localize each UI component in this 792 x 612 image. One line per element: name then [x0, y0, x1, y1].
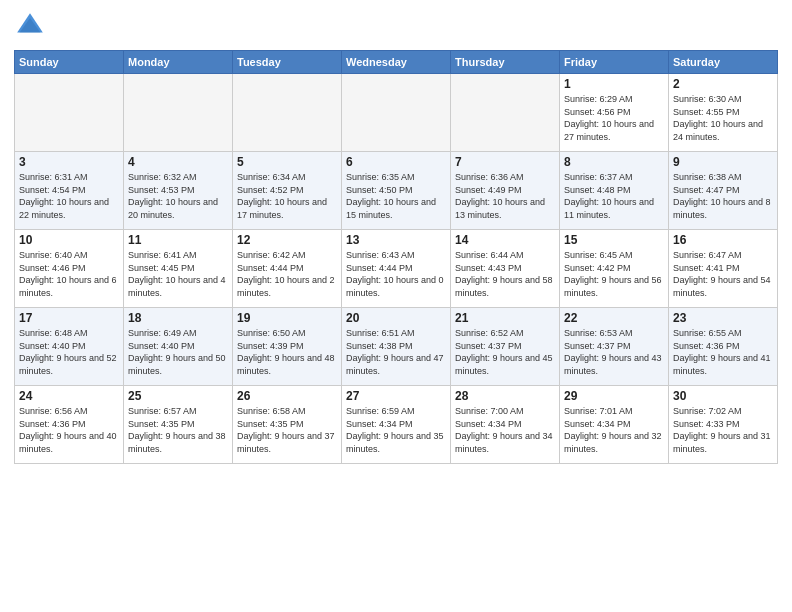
day-info: Sunrise: 6:49 AM Sunset: 4:40 PM Dayligh…: [128, 327, 228, 377]
day-number: 29: [564, 389, 664, 403]
weekday-header: Tuesday: [233, 51, 342, 74]
calendar-cell: 19Sunrise: 6:50 AM Sunset: 4:39 PM Dayli…: [233, 308, 342, 386]
calendar-cell: 25Sunrise: 6:57 AM Sunset: 4:35 PM Dayli…: [124, 386, 233, 464]
day-info: Sunrise: 6:37 AM Sunset: 4:48 PM Dayligh…: [564, 171, 664, 221]
calendar-cell: 4Sunrise: 6:32 AM Sunset: 4:53 PM Daylig…: [124, 152, 233, 230]
calendar-cell: 17Sunrise: 6:48 AM Sunset: 4:40 PM Dayli…: [15, 308, 124, 386]
day-info: Sunrise: 6:47 AM Sunset: 4:41 PM Dayligh…: [673, 249, 773, 299]
day-info: Sunrise: 6:57 AM Sunset: 4:35 PM Dayligh…: [128, 405, 228, 455]
day-number: 19: [237, 311, 337, 325]
header: [14, 10, 778, 42]
calendar-week-row: 3Sunrise: 6:31 AM Sunset: 4:54 PM Daylig…: [15, 152, 778, 230]
day-info: Sunrise: 6:44 AM Sunset: 4:43 PM Dayligh…: [455, 249, 555, 299]
weekday-header: Monday: [124, 51, 233, 74]
calendar-cell: 7Sunrise: 6:36 AM Sunset: 4:49 PM Daylig…: [451, 152, 560, 230]
day-number: 9: [673, 155, 773, 169]
day-number: 8: [564, 155, 664, 169]
day-number: 1: [564, 77, 664, 91]
day-info: Sunrise: 6:40 AM Sunset: 4:46 PM Dayligh…: [19, 249, 119, 299]
calendar-cell: 10Sunrise: 6:40 AM Sunset: 4:46 PM Dayli…: [15, 230, 124, 308]
weekday-header: Sunday: [15, 51, 124, 74]
day-number: 21: [455, 311, 555, 325]
day-number: 12: [237, 233, 337, 247]
calendar-week-row: 10Sunrise: 6:40 AM Sunset: 4:46 PM Dayli…: [15, 230, 778, 308]
day-number: 16: [673, 233, 773, 247]
weekday-header: Thursday: [451, 51, 560, 74]
day-number: 11: [128, 233, 228, 247]
weekday-header: Wednesday: [342, 51, 451, 74]
calendar-cell: 3Sunrise: 6:31 AM Sunset: 4:54 PM Daylig…: [15, 152, 124, 230]
calendar-cell: 1Sunrise: 6:29 AM Sunset: 4:56 PM Daylig…: [560, 74, 669, 152]
calendar-cell: 27Sunrise: 6:59 AM Sunset: 4:34 PM Dayli…: [342, 386, 451, 464]
weekday-header: Friday: [560, 51, 669, 74]
day-number: 28: [455, 389, 555, 403]
logo-icon: [14, 10, 46, 42]
day-number: 5: [237, 155, 337, 169]
logo: [14, 10, 50, 42]
calendar-week-row: 1Sunrise: 6:29 AM Sunset: 4:56 PM Daylig…: [15, 74, 778, 152]
calendar-cell: 14Sunrise: 6:44 AM Sunset: 4:43 PM Dayli…: [451, 230, 560, 308]
calendar-cell: [451, 74, 560, 152]
day-number: 24: [19, 389, 119, 403]
calendar-week-row: 24Sunrise: 6:56 AM Sunset: 4:36 PM Dayli…: [15, 386, 778, 464]
calendar-cell: 9Sunrise: 6:38 AM Sunset: 4:47 PM Daylig…: [669, 152, 778, 230]
weekday-header: Saturday: [669, 51, 778, 74]
calendar-cell: 28Sunrise: 7:00 AM Sunset: 4:34 PM Dayli…: [451, 386, 560, 464]
day-info: Sunrise: 6:51 AM Sunset: 4:38 PM Dayligh…: [346, 327, 446, 377]
day-info: Sunrise: 6:43 AM Sunset: 4:44 PM Dayligh…: [346, 249, 446, 299]
day-number: 23: [673, 311, 773, 325]
day-number: 26: [237, 389, 337, 403]
day-info: Sunrise: 6:45 AM Sunset: 4:42 PM Dayligh…: [564, 249, 664, 299]
calendar-cell: 22Sunrise: 6:53 AM Sunset: 4:37 PM Dayli…: [560, 308, 669, 386]
day-info: Sunrise: 6:36 AM Sunset: 4:49 PM Dayligh…: [455, 171, 555, 221]
calendar-cell: 29Sunrise: 7:01 AM Sunset: 4:34 PM Dayli…: [560, 386, 669, 464]
day-info: Sunrise: 6:59 AM Sunset: 4:34 PM Dayligh…: [346, 405, 446, 455]
calendar-cell: 2Sunrise: 6:30 AM Sunset: 4:55 PM Daylig…: [669, 74, 778, 152]
page-container: SundayMondayTuesdayWednesdayThursdayFrid…: [0, 0, 792, 470]
day-info: Sunrise: 6:55 AM Sunset: 4:36 PM Dayligh…: [673, 327, 773, 377]
day-info: Sunrise: 6:56 AM Sunset: 4:36 PM Dayligh…: [19, 405, 119, 455]
day-info: Sunrise: 6:32 AM Sunset: 4:53 PM Dayligh…: [128, 171, 228, 221]
day-info: Sunrise: 6:58 AM Sunset: 4:35 PM Dayligh…: [237, 405, 337, 455]
day-info: Sunrise: 6:30 AM Sunset: 4:55 PM Dayligh…: [673, 93, 773, 143]
day-number: 18: [128, 311, 228, 325]
day-number: 6: [346, 155, 446, 169]
day-number: 30: [673, 389, 773, 403]
day-number: 3: [19, 155, 119, 169]
calendar-cell: 15Sunrise: 6:45 AM Sunset: 4:42 PM Dayli…: [560, 230, 669, 308]
day-number: 10: [19, 233, 119, 247]
day-number: 14: [455, 233, 555, 247]
day-number: 25: [128, 389, 228, 403]
day-info: Sunrise: 7:00 AM Sunset: 4:34 PM Dayligh…: [455, 405, 555, 455]
day-info: Sunrise: 6:35 AM Sunset: 4:50 PM Dayligh…: [346, 171, 446, 221]
calendar-cell: 24Sunrise: 6:56 AM Sunset: 4:36 PM Dayli…: [15, 386, 124, 464]
day-number: 27: [346, 389, 446, 403]
day-number: 7: [455, 155, 555, 169]
day-number: 13: [346, 233, 446, 247]
calendar-cell: [233, 74, 342, 152]
calendar-cell: [15, 74, 124, 152]
day-info: Sunrise: 6:29 AM Sunset: 4:56 PM Dayligh…: [564, 93, 664, 143]
calendar-table: SundayMondayTuesdayWednesdayThursdayFrid…: [14, 50, 778, 464]
day-info: Sunrise: 6:50 AM Sunset: 4:39 PM Dayligh…: [237, 327, 337, 377]
calendar-cell: 26Sunrise: 6:58 AM Sunset: 4:35 PM Dayli…: [233, 386, 342, 464]
calendar-cell: 30Sunrise: 7:02 AM Sunset: 4:33 PM Dayli…: [669, 386, 778, 464]
calendar-cell: 20Sunrise: 6:51 AM Sunset: 4:38 PM Dayli…: [342, 308, 451, 386]
calendar-cell: [124, 74, 233, 152]
calendar-cell: 18Sunrise: 6:49 AM Sunset: 4:40 PM Dayli…: [124, 308, 233, 386]
day-number: 2: [673, 77, 773, 91]
calendar-cell: 12Sunrise: 6:42 AM Sunset: 4:44 PM Dayli…: [233, 230, 342, 308]
calendar-cell: 6Sunrise: 6:35 AM Sunset: 4:50 PM Daylig…: [342, 152, 451, 230]
day-number: 15: [564, 233, 664, 247]
day-info: Sunrise: 7:02 AM Sunset: 4:33 PM Dayligh…: [673, 405, 773, 455]
day-info: Sunrise: 6:41 AM Sunset: 4:45 PM Dayligh…: [128, 249, 228, 299]
day-info: Sunrise: 6:31 AM Sunset: 4:54 PM Dayligh…: [19, 171, 119, 221]
calendar-cell: 16Sunrise: 6:47 AM Sunset: 4:41 PM Dayli…: [669, 230, 778, 308]
calendar-cell: [342, 74, 451, 152]
calendar-cell: 23Sunrise: 6:55 AM Sunset: 4:36 PM Dayli…: [669, 308, 778, 386]
calendar-week-row: 17Sunrise: 6:48 AM Sunset: 4:40 PM Dayli…: [15, 308, 778, 386]
day-info: Sunrise: 6:48 AM Sunset: 4:40 PM Dayligh…: [19, 327, 119, 377]
calendar-cell: 13Sunrise: 6:43 AM Sunset: 4:44 PM Dayli…: [342, 230, 451, 308]
day-number: 22: [564, 311, 664, 325]
day-number: 4: [128, 155, 228, 169]
